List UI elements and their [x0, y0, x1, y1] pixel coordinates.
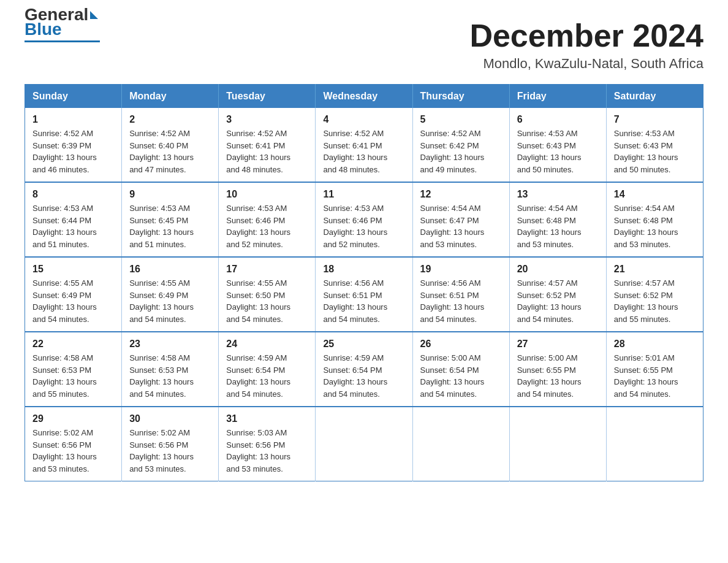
calendar-cell: 30 Sunrise: 5:02 AM Sunset: 6:56 PM Dayl… [122, 407, 219, 481]
calendar-cell: 15 Sunrise: 4:55 AM Sunset: 6:49 PM Dayl… [25, 257, 122, 332]
weekday-header-sunday: Sunday [25, 85, 122, 109]
logo-underline [25, 40, 100, 42]
calendar-cell: 7 Sunrise: 4:53 AM Sunset: 6:43 PM Dayli… [606, 108, 703, 182]
weekday-header-thursday: Thursday [412, 85, 509, 109]
weekday-header-tuesday: Tuesday [219, 85, 316, 109]
day-info: Sunrise: 4:52 AM Sunset: 6:40 PM Dayligh… [129, 128, 211, 175]
day-info: Sunrise: 4:54 AM Sunset: 6:48 PM Dayligh… [517, 202, 599, 250]
calendar-cell [509, 407, 606, 481]
day-info: Sunrise: 4:58 AM Sunset: 6:53 PM Dayligh… [32, 352, 114, 400]
day-info: Sunrise: 4:56 AM Sunset: 6:51 PM Dayligh… [323, 277, 404, 325]
day-info: Sunrise: 5:00 AM Sunset: 6:54 PM Dayligh… [420, 352, 502, 400]
day-number: 12 [420, 189, 502, 200]
day-number: 8 [32, 189, 114, 200]
title-block: December 2024 Mondlo, KwaZulu-Natal, Sou… [469, 18, 703, 72]
day-info: Sunrise: 4:53 AM Sunset: 6:45 PM Dayligh… [129, 202, 211, 250]
day-info: Sunrise: 4:53 AM Sunset: 6:43 PM Dayligh… [517, 128, 599, 175]
day-info: Sunrise: 4:53 AM Sunset: 6:44 PM Dayligh… [32, 202, 114, 250]
day-number: 21 [614, 264, 696, 275]
day-info: Sunrise: 5:02 AM Sunset: 6:56 PM Dayligh… [129, 427, 211, 475]
calendar-cell: 20 Sunrise: 4:57 AM Sunset: 6:52 PM Dayl… [509, 257, 606, 332]
calendar-cell: 10 Sunrise: 4:53 AM Sunset: 6:46 PM Dayl… [219, 182, 316, 257]
day-info: Sunrise: 4:54 AM Sunset: 6:48 PM Dayligh… [614, 202, 696, 250]
calendar-cell: 18 Sunrise: 4:56 AM Sunset: 6:51 PM Dayl… [316, 257, 412, 332]
day-number: 28 [614, 339, 696, 350]
calendar-cell: 11 Sunrise: 4:53 AM Sunset: 6:46 PM Dayl… [316, 182, 412, 257]
calendar-cell: 4 Sunrise: 4:52 AM Sunset: 6:41 PM Dayli… [316, 108, 412, 182]
calendar-cell: 1 Sunrise: 4:52 AM Sunset: 6:39 PM Dayli… [25, 108, 122, 182]
day-info: Sunrise: 4:53 AM Sunset: 6:46 PM Dayligh… [323, 202, 404, 250]
calendar-cell: 8 Sunrise: 4:53 AM Sunset: 6:44 PM Dayli… [25, 182, 122, 257]
weekday-header-monday: Monday [122, 85, 219, 109]
day-info: Sunrise: 5:02 AM Sunset: 6:56 PM Dayligh… [32, 427, 114, 475]
calendar-cell [412, 407, 509, 481]
calendar-cell: 3 Sunrise: 4:52 AM Sunset: 6:41 PM Dayli… [219, 108, 316, 182]
day-number: 9 [129, 189, 211, 200]
day-number: 15 [32, 264, 114, 275]
calendar-cell: 31 Sunrise: 5:03 AM Sunset: 6:56 PM Dayl… [219, 407, 316, 481]
weekday-header-friday: Friday [509, 85, 606, 109]
calendar-cell: 2 Sunrise: 4:52 AM Sunset: 6:40 PM Dayli… [122, 108, 219, 182]
day-number: 18 [323, 264, 404, 275]
logo: General General Blue [25, 18, 100, 42]
week-row-1: 1 Sunrise: 4:52 AM Sunset: 6:39 PM Dayli… [25, 108, 703, 182]
day-number: 27 [517, 339, 599, 350]
day-number: 10 [226, 189, 308, 200]
calendar-cell: 23 Sunrise: 4:58 AM Sunset: 6:53 PM Dayl… [122, 332, 219, 407]
day-info: Sunrise: 4:52 AM Sunset: 6:41 PM Dayligh… [323, 128, 404, 175]
calendar-cell: 27 Sunrise: 5:00 AM Sunset: 6:55 PM Dayl… [509, 332, 606, 407]
weekday-header-wednesday: Wednesday [316, 85, 412, 109]
day-number: 17 [226, 264, 308, 275]
day-info: Sunrise: 4:53 AM Sunset: 6:43 PM Dayligh… [614, 128, 696, 175]
calendar-cell: 26 Sunrise: 5:00 AM Sunset: 6:54 PM Dayl… [412, 332, 509, 407]
calendar-cell: 17 Sunrise: 4:55 AM Sunset: 6:50 PM Dayl… [219, 257, 316, 332]
day-number: 3 [226, 114, 308, 125]
calendar-cell: 25 Sunrise: 4:59 AM Sunset: 6:54 PM Dayl… [316, 332, 412, 407]
calendar-cell: 6 Sunrise: 4:53 AM Sunset: 6:43 PM Dayli… [509, 108, 606, 182]
day-info: Sunrise: 4:55 AM Sunset: 6:49 PM Dayligh… [32, 277, 114, 325]
day-info: Sunrise: 4:52 AM Sunset: 6:42 PM Dayligh… [420, 128, 502, 175]
day-info: Sunrise: 4:54 AM Sunset: 6:47 PM Dayligh… [420, 202, 502, 250]
day-info: Sunrise: 5:00 AM Sunset: 6:55 PM Dayligh… [517, 352, 599, 400]
calendar-cell: 22 Sunrise: 4:58 AM Sunset: 6:53 PM Dayl… [25, 332, 122, 407]
calendar-table: SundayMondayTuesdayWednesdayThursdayFrid… [25, 84, 703, 481]
day-info: Sunrise: 4:55 AM Sunset: 6:50 PM Dayligh… [226, 277, 308, 325]
day-number: 2 [129, 114, 211, 125]
day-number: 7 [614, 114, 696, 125]
day-info: Sunrise: 4:52 AM Sunset: 6:39 PM Dayligh… [32, 128, 114, 175]
calendar-title: December 2024 [469, 18, 703, 53]
day-info: Sunrise: 4:55 AM Sunset: 6:49 PM Dayligh… [129, 277, 211, 325]
week-row-2: 8 Sunrise: 4:53 AM Sunset: 6:44 PM Dayli… [25, 182, 703, 257]
day-number: 22 [32, 339, 114, 350]
day-info: Sunrise: 4:57 AM Sunset: 6:52 PM Dayligh… [517, 277, 599, 325]
day-number: 31 [226, 413, 308, 424]
week-row-4: 22 Sunrise: 4:58 AM Sunset: 6:53 PM Dayl… [25, 332, 703, 407]
calendar-cell [606, 407, 703, 481]
calendar-cell: 28 Sunrise: 5:01 AM Sunset: 6:55 PM Dayl… [606, 332, 703, 407]
day-number: 24 [226, 339, 308, 350]
day-info: Sunrise: 4:53 AM Sunset: 6:46 PM Dayligh… [226, 202, 308, 250]
calendar-cell: 14 Sunrise: 4:54 AM Sunset: 6:48 PM Dayl… [606, 182, 703, 257]
day-info: Sunrise: 4:56 AM Sunset: 6:51 PM Dayligh… [420, 277, 502, 325]
calendar-cell: 21 Sunrise: 4:57 AM Sunset: 6:52 PM Dayl… [606, 257, 703, 332]
day-number: 16 [129, 264, 211, 275]
day-number: 20 [517, 264, 599, 275]
day-info: Sunrise: 4:59 AM Sunset: 6:54 PM Dayligh… [323, 352, 404, 400]
day-number: 4 [323, 114, 404, 125]
calendar-cell: 16 Sunrise: 4:55 AM Sunset: 6:49 PM Dayl… [122, 257, 219, 332]
week-row-3: 15 Sunrise: 4:55 AM Sunset: 6:49 PM Dayl… [25, 257, 703, 332]
day-info: Sunrise: 4:59 AM Sunset: 6:54 PM Dayligh… [226, 352, 308, 400]
calendar-cell: 5 Sunrise: 4:52 AM Sunset: 6:42 PM Dayli… [412, 108, 509, 182]
day-info: Sunrise: 5:03 AM Sunset: 6:56 PM Dayligh… [226, 427, 308, 475]
week-row-5: 29 Sunrise: 5:02 AM Sunset: 6:56 PM Dayl… [25, 407, 703, 481]
day-number: 1 [32, 114, 114, 125]
day-number: 19 [420, 264, 502, 275]
calendar-cell [316, 407, 412, 481]
day-info: Sunrise: 4:58 AM Sunset: 6:53 PM Dayligh… [129, 352, 211, 400]
day-number: 5 [420, 114, 502, 125]
calendar-cell: 29 Sunrise: 5:02 AM Sunset: 6:56 PM Dayl… [25, 407, 122, 481]
calendar-cell: 24 Sunrise: 4:59 AM Sunset: 6:54 PM Dayl… [219, 332, 316, 407]
calendar-cell: 19 Sunrise: 4:56 AM Sunset: 6:51 PM Dayl… [412, 257, 509, 332]
day-number: 30 [129, 413, 211, 424]
day-info: Sunrise: 4:57 AM Sunset: 6:52 PM Dayligh… [614, 277, 696, 325]
